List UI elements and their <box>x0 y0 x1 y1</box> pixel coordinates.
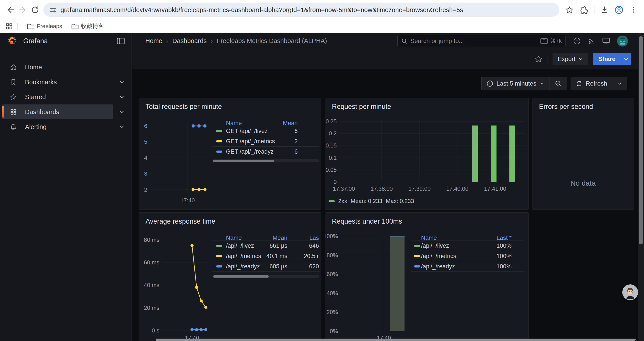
bookmarks-bar: Freeleaps 收藏博客 <box>0 20 644 33</box>
svg-text:40 ms: 40 ms <box>144 282 159 288</box>
sidebar-item-starred[interactable]: Starred <box>2 90 113 104</box>
refresh-interval-picker[interactable] <box>612 77 627 90</box>
search-input[interactable]: Search or jump to... ⌘+k <box>398 35 566 47</box>
apps-grid-icon[interactable] <box>5 22 13 30</box>
svg-text:2: 2 <box>144 186 147 193</box>
legend-row[interactable]: /api/_/metrics 100% <box>411 251 524 261</box>
sidebar-item-dashboards[interactable]: Dashboards <box>2 104 113 119</box>
legend-col-mean[interactable]: Mean <box>272 235 287 241</box>
svg-text:0.2: 0.2 <box>329 130 337 137</box>
svg-text:0.05: 0.05 <box>326 167 337 173</box>
legend-row[interactable]: GET /api/_/readyz 6 <box>212 147 319 157</box>
chevron-down-icon[interactable] <box>119 79 125 85</box>
share-menu-chevron-icon[interactable] <box>621 53 631 65</box>
breadcrumb-home[interactable]: Home <box>145 37 162 45</box>
legend-inline[interactable]: 2xx Mean: 0.233 Max: 0.233 <box>328 198 414 204</box>
bookmark-star-icon[interactable] <box>563 4 576 16</box>
forward-icon[interactable] <box>17 4 29 16</box>
svg-text:17:37:00: 17:37:00 <box>333 185 355 192</box>
breadcrumb-separator: › <box>211 37 213 45</box>
bookmark-folder-blogs[interactable]: 收藏博客 <box>67 22 108 31</box>
help-icon[interactable]: ? <box>573 37 581 45</box>
series-color-pill <box>414 265 420 267</box>
bar-chart[interactable]: 0.250.20.150.10.05017:37:0017:38:0017:39… <box>325 98 528 209</box>
dashboard-canvas: Last 5 minutes Refresh 6543217:40 <box>132 69 638 341</box>
panel-title[interactable]: Request per minute <box>332 103 391 111</box>
floating-assistant-avatar[interactable] <box>623 285 638 299</box>
sidebar-item-home[interactable]: Home <box>2 60 113 75</box>
legend-row[interactable]: GET /api/_/livez 6 <box>212 126 319 136</box>
legend-col-last[interactable]: Last * <box>496 235 512 241</box>
bell-icon <box>10 123 17 131</box>
monitor-kiosk-icon[interactable] <box>602 37 610 45</box>
series-color-pill <box>414 245 420 247</box>
panel-title[interactable]: Errors per second <box>539 103 593 111</box>
browser-menu-icon[interactable] <box>627 4 640 16</box>
legend-row[interactable]: /api/_/readyz 605 µs 620 <box>212 261 319 272</box>
horizontal-scrollbar[interactable] <box>156 338 636 341</box>
share-button[interactable]: Share <box>593 53 631 65</box>
chevron-down-icon[interactable] <box>119 109 125 115</box>
series-color-pill <box>216 151 222 153</box>
panel-title[interactable]: Average response time <box>146 217 215 225</box>
series-color-pill <box>328 200 335 202</box>
svg-text:0.15: 0.15 <box>326 142 337 149</box>
chevron-down-icon[interactable] <box>119 124 125 130</box>
bookmark-folder-freeleaps[interactable]: Freeleaps <box>22 22 67 31</box>
area-chart[interactable]: 100%80%60%40%20%0%17:40 <box>325 213 528 341</box>
panel-title[interactable]: Total requests per minute <box>146 103 222 111</box>
legend-scrollbar[interactable] <box>212 275 319 278</box>
refresh-button[interactable]: Refresh <box>571 77 612 90</box>
vertical-scrollbar[interactable] <box>638 33 644 341</box>
back-icon[interactable] <box>4 4 17 16</box>
chevron-down-icon[interactable] <box>119 94 125 100</box>
svg-text:20%: 20% <box>326 309 338 315</box>
legend-col-name[interactable]: Name <box>226 235 242 241</box>
legend-row[interactable]: /api/_/metrics 40.1 ms 20.5 r <box>212 251 319 261</box>
favorite-star-icon[interactable] <box>534 55 543 63</box>
sidebar-item-alerting[interactable]: Alerting <box>2 119 113 134</box>
series-color-pill <box>216 255 222 257</box>
legend-row[interactable]: GET /api/_/metrics 2 <box>212 136 319 147</box>
breadcrumb-dashboards[interactable]: Dashboards <box>172 37 206 45</box>
legend-scrollbar[interactable] <box>212 159 319 162</box>
panel-errors-per-second[interactable]: Errors per second No data <box>532 98 634 210</box>
svg-text:17:41:00: 17:41:00 <box>484 185 506 192</box>
grafana-logo[interactable] <box>7 36 17 46</box>
panel-requests-under-100ms[interactable]: 100%80%60%40%20%0%17:40 Requests under 1… <box>325 212 529 341</box>
time-range-picker[interactable]: Last 5 minutes <box>482 77 550 90</box>
legend-col-name[interactable]: Name <box>421 235 437 241</box>
downloads-icon[interactable] <box>598 4 611 16</box>
legend-row[interactable]: /api/_/readyz 100% <box>411 261 524 272</box>
svg-text:60%: 60% <box>326 271 338 277</box>
sidebar-item-bookmarks[interactable]: Bookmarks <box>2 75 113 90</box>
panel-title[interactable]: Requests under 100ms <box>332 217 402 225</box>
toolbar-divider <box>594 6 594 14</box>
zoom-out-button[interactable] <box>550 77 567 90</box>
legend-col-last[interactable]: Las <box>309 235 319 241</box>
dock-menu-toggle-icon[interactable] <box>116 37 125 45</box>
breadcrumb-separator: › <box>166 37 168 45</box>
series-color-pill <box>216 245 222 247</box>
clock-icon <box>486 80 494 87</box>
legend-row[interactable]: /api/_/livez 661 µs 646 <box>212 241 319 251</box>
svg-text:17:39:00: 17:39:00 <box>408 185 430 192</box>
legend-col-mean[interactable]: Mean <box>283 120 298 127</box>
site-settings-icon[interactable] <box>49 6 57 14</box>
legend-col-name[interactable]: Name <box>226 120 242 127</box>
svg-text:4: 4 <box>144 154 147 161</box>
url-bar[interactable]: grafana.mathmast.com/d/deytv4rwavabkb/fr… <box>44 3 560 17</box>
user-avatar[interactable] <box>617 35 628 47</box>
reload-icon[interactable] <box>29 4 41 16</box>
extensions-icon[interactable] <box>578 4 590 16</box>
panel-average-response-time[interactable]: 80 ms60 ms40 ms20 ms0 s17:40 Average res… <box>139 212 321 341</box>
scrollbar-thumb[interactable] <box>639 36 643 244</box>
export-button[interactable]: Export <box>552 53 588 65</box>
bookmark-icon <box>10 78 17 86</box>
search-placeholder: Search or jump to... <box>410 38 464 45</box>
panel-request-per-minute[interactable]: 0.250.20.150.10.05017:37:0017:38:0017:39… <box>325 98 529 210</box>
profile-icon[interactable] <box>613 4 625 16</box>
legend-row[interactable]: /api/_/livez 100% <box>411 241 524 251</box>
news-rss-icon[interactable] <box>588 37 595 45</box>
panel-total-requests-per-minute[interactable]: 6543217:40 Total requests per minute Nam… <box>139 98 321 210</box>
